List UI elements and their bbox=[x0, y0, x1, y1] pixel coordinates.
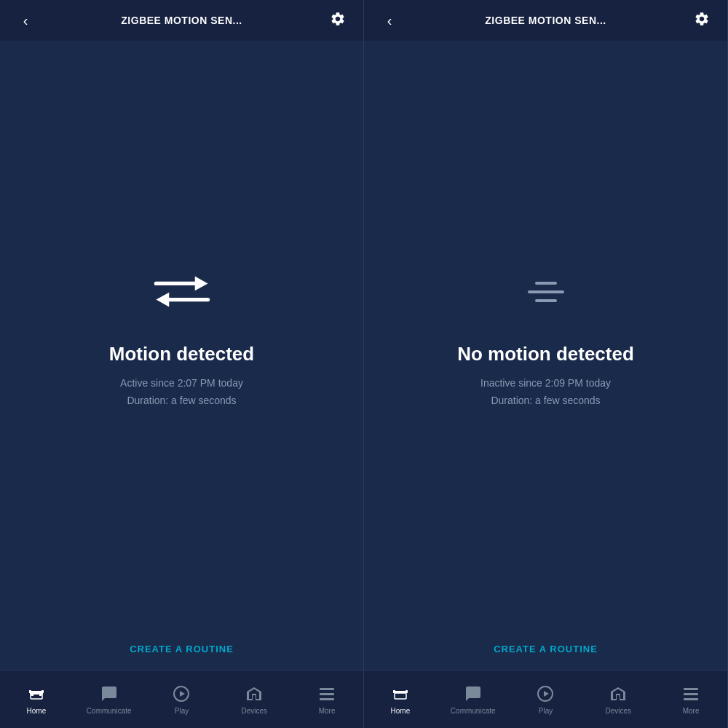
svg-rect-16 bbox=[320, 693, 334, 695]
svg-rect-25 bbox=[684, 693, 698, 695]
left-nav-home-label: Home bbox=[27, 707, 47, 715]
right-play-icon bbox=[537, 684, 554, 704]
left-settings-button[interactable] bbox=[327, 11, 349, 31]
svg-rect-21 bbox=[405, 690, 408, 693]
right-nav-devices[interactable]: Devices bbox=[582, 684, 654, 715]
right-gear-icon bbox=[694, 11, 710, 27]
right-nav-play[interactable]: Play bbox=[510, 684, 582, 715]
svg-rect-24 bbox=[684, 688, 698, 690]
right-line-medium bbox=[528, 290, 564, 293]
left-bottom-nav: Home Communicate Play bbox=[0, 670, 363, 728]
svg-rect-20 bbox=[393, 690, 395, 693]
left-panel: ‹ ZIGBEE MOTION SEN... Motion detected A… bbox=[0, 0, 364, 728]
right-panel: ‹ ZIGBEE MOTION SEN... No motion detecte… bbox=[364, 0, 728, 728]
right-lines-icon bbox=[528, 282, 564, 302]
right-bottom-nav: Home Communicate Play bbox=[364, 670, 727, 728]
right-nav-devices-label: Devices bbox=[606, 707, 632, 715]
right-no-motion-icon bbox=[528, 263, 564, 321]
left-home-icon bbox=[28, 684, 45, 704]
left-devices-icon bbox=[245, 684, 263, 704]
left-communicate-icon bbox=[100, 684, 118, 704]
right-nav-communicate[interactable]: Communicate bbox=[437, 684, 510, 715]
svg-marker-14 bbox=[180, 691, 185, 697]
right-line-short bbox=[535, 282, 557, 285]
left-play-icon bbox=[173, 684, 190, 704]
svg-rect-26 bbox=[684, 698, 698, 700]
right-home-icon bbox=[392, 684, 409, 704]
svg-rect-15 bbox=[320, 688, 334, 690]
right-status-subtitle: Inactive since 2:09 PM today bbox=[480, 377, 611, 389]
right-nav-more[interactable]: More bbox=[654, 684, 727, 715]
right-device-title: ZIGBEE MOTION SEN... bbox=[400, 15, 691, 26]
left-nav-communicate-label: Communicate bbox=[87, 707, 132, 715]
right-nav-more-label: More bbox=[683, 707, 700, 715]
right-nav-play-label: Play bbox=[539, 707, 553, 715]
right-header: ‹ ZIGBEE MOTION SEN... bbox=[364, 0, 727, 41]
svg-rect-12 bbox=[41, 690, 44, 693]
svg-marker-3 bbox=[156, 293, 169, 307]
left-nav-communicate[interactable]: Communicate bbox=[73, 684, 146, 715]
right-create-routine-button[interactable]: CREATE A ROUTINE bbox=[364, 628, 727, 670]
right-devices-icon bbox=[609, 684, 627, 704]
left-gear-icon bbox=[330, 11, 346, 27]
right-more-icon bbox=[682, 684, 700, 704]
right-nav-communicate-label: Communicate bbox=[451, 707, 496, 715]
svg-marker-23 bbox=[544, 691, 549, 697]
left-nav-more-label: More bbox=[319, 707, 336, 715]
right-main-content: No motion detected Inactive since 2:09 P… bbox=[364, 41, 727, 628]
right-status-duration: Duration: a few seconds bbox=[491, 395, 600, 406]
left-nav-devices-label: Devices bbox=[242, 707, 268, 715]
left-nav-play[interactable]: Play bbox=[146, 684, 218, 715]
right-line-short-2 bbox=[535, 299, 557, 302]
left-device-title: ZIGBEE MOTION SEN... bbox=[36, 15, 327, 26]
left-main-content: Motion detected Active since 2:07 PM tod… bbox=[0, 41, 363, 628]
left-status-duration: Duration: a few seconds bbox=[127, 395, 236, 406]
left-header: ‹ ZIGBEE MOTION SEN... bbox=[0, 0, 363, 41]
right-status-title: No motion detected bbox=[457, 343, 634, 365]
svg-marker-1 bbox=[194, 277, 207, 291]
right-settings-button[interactable] bbox=[691, 11, 713, 31]
svg-rect-19 bbox=[395, 693, 406, 699]
svg-rect-17 bbox=[320, 698, 334, 700]
right-nav-home[interactable]: Home bbox=[364, 684, 437, 715]
left-create-routine-button[interactable]: CREATE A ROUTINE bbox=[0, 628, 363, 670]
left-nav-more[interactable]: More bbox=[290, 684, 363, 715]
right-create-routine-label: CREATE A ROUTINE bbox=[494, 644, 598, 654]
left-back-button[interactable]: ‹ bbox=[15, 12, 36, 29]
left-more-icon bbox=[318, 684, 336, 704]
right-communicate-icon bbox=[464, 684, 482, 704]
left-create-routine-label: CREATE A ROUTINE bbox=[130, 644, 234, 654]
left-nav-devices[interactable]: Devices bbox=[218, 684, 290, 715]
left-nav-home[interactable]: Home bbox=[0, 684, 73, 715]
left-nav-play-label: Play bbox=[175, 707, 189, 715]
svg-rect-11 bbox=[29, 690, 31, 693]
left-motion-icon bbox=[153, 263, 211, 321]
svg-rect-10 bbox=[31, 693, 42, 699]
right-back-button[interactable]: ‹ bbox=[379, 12, 400, 29]
left-arrows-icon bbox=[153, 272, 211, 312]
left-status-title: Motion detected bbox=[109, 343, 254, 365]
right-nav-home-label: Home bbox=[391, 707, 411, 715]
left-status-subtitle: Active since 2:07 PM today bbox=[120, 377, 243, 389]
